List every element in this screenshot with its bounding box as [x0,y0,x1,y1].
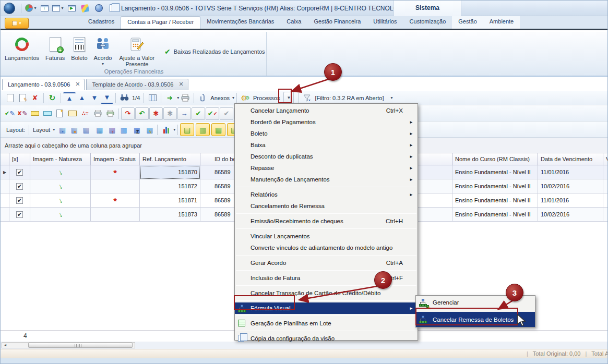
window-new-icon[interactable]: ▾ [52,3,64,14]
row-checkbox[interactable]: ✔ [16,211,23,218]
cyan-field-icon[interactable] [41,108,54,119]
menu-item-repasse[interactable]: Repasse► [235,162,418,174]
layout-columns-icon[interactable]: ▥ [117,124,130,136]
menu-item-relatorios[interactable]: Relatórios► [235,189,418,200]
tab-caixa[interactable]: Caixa [280,16,307,29]
menu-item-converte-vinculos[interactable]: Converte vínculos de adiantamento do mod… [235,242,418,253]
menu-item-vincular-lancamentos[interactable]: Vincular Lançamentos [235,230,418,242]
check-invert-button[interactable]: ✔✔ [206,107,219,120]
tab-movimentacoes-bancarias[interactable]: Movimentações Bancárias [200,16,280,29]
row-checkbox[interactable]: ✔ [16,183,23,190]
row-checkbox[interactable]: ✔ [16,169,23,176]
cell-ref-lancamento[interactable]: 151873 [140,208,200,222]
tab-customizacao[interactable]: Customização [403,16,452,29]
next-record-button[interactable]: ▼ [88,92,101,104]
acordo-button[interactable]: Acordo ▾ [91,34,115,68]
app-orb-icon[interactable] [4,3,15,14]
window-run-icon[interactable]: ▶ [66,3,77,14]
column-header-data-vencimento[interactable]: Data de Vencimento [538,153,603,165]
check-gray-button[interactable]: ✔ [220,107,233,120]
layout-sum-icon[interactable]: ▦Σ [130,124,142,136]
menu-item-boleto[interactable]: Boleto► [235,128,418,139]
cell-ref-lancamento[interactable]: 151871 [140,193,200,208]
blue-arrow-button[interactable]: → [177,107,191,120]
cell-curso[interactable]: Ensino Fundamental - Nível II [452,179,538,193]
grid-view-button[interactable] [146,92,159,104]
column-header-cut[interactable]: V [603,153,608,165]
gray-asterisk-button[interactable]: ✱ [163,107,177,120]
pen-approve-icon[interactable]: ✔✎ [4,108,16,119]
last-record-button[interactable]: ▼ [101,92,113,104]
refresh-button[interactable]: ↻ [46,92,58,104]
view-toggle-2-button[interactable]: ▥ [196,123,210,136]
curved-arrow-down-icon[interactable]: ↶ [135,107,149,120]
tab-cadastros[interactable]: Cadastros [82,16,121,29]
application-menu-button[interactable]: ▾ [5,18,29,29]
ajuste-valor-presente-button[interactable]: Ajuste a Valor Presente [115,34,159,68]
boleto-button[interactable]: Boleto [68,34,90,62]
layout-save-icon[interactable]: ▦▪ [55,124,67,136]
cell-ref-lancamento[interactable]: 151872 [140,179,200,193]
column-header-checkbox[interactable]: [x] [9,153,30,165]
red-asterisk-button[interactable]: ✱ [149,107,163,120]
menu-item-emissao-recebimento-cheques[interactable]: Emissão/Recebimento de chequesCtrl+H [235,215,418,227]
cell-curso[interactable]: Ensino Fundamental - Nível II [452,165,538,179]
view-toggle-3-button[interactable]: ▦ [211,123,225,136]
processos-label[interactable]: Processos [253,95,280,101]
cell-vencimento[interactable]: 11/01/2016 [538,193,603,208]
export-button[interactable]: ➜ [163,92,176,104]
chart-icon[interactable] [160,124,172,136]
cell-ref-lancamento[interactable]: 151870 [140,165,200,179]
tab-utilitarios[interactable]: Utilitários [367,16,403,29]
chart-quick-icon[interactable]: ▾ [25,3,37,14]
cell-vencimento[interactable]: 11/01/2016 [538,165,603,179]
tab-gestao[interactable]: Gestão [452,16,483,29]
layout-dropdown[interactable]: Layout [33,127,50,133]
column-header-imagem-natureza[interactable]: Imagem - Natureza [30,153,91,165]
baixas-realizadas-button[interactable]: ✔ Baixas Realizadas de Lançamentos [164,47,265,56]
layout-grid-icon[interactable]: ▦ [80,124,92,136]
check-all-button[interactable]: ✔ [192,107,205,120]
envelope-icon[interactable] [66,108,79,119]
new-record-button[interactable] [4,92,16,104]
close-icon[interactable]: ✕ [178,81,183,87]
previous-record-button[interactable]: ▲ [76,92,88,104]
gears-icon[interactable]: ⚙⚙ [239,92,252,104]
filter-funnel-icon[interactable] [301,92,313,104]
tab-ambiente[interactable]: Ambiente [483,16,520,29]
layout-import-icon[interactable]: ▦↓ [92,124,105,136]
paperclip-icon[interactable] [196,92,209,104]
cell-curso[interactable]: Ensino Fundamental - Nível II [452,208,538,222]
filter-label[interactable]: [Filtro: 0.3.2 RA em Aberto] [315,95,384,101]
print-button[interactable] [179,92,192,104]
tab-contas-a-pagar-receber[interactable]: Contas a Pagar / Receber [121,16,200,29]
tab-gestao-financeira[interactable]: Gestão Financeira [307,16,367,29]
menu-item-baixa[interactable]: Baixa► [235,139,418,151]
chevron-down-icon[interactable]: ▾ [390,95,392,100]
search-binoculars-icon[interactable] [118,92,130,104]
cell-curso[interactable]: Ensino Fundamental - Nível II [452,193,538,208]
horizontal-scrollbar[interactable]: ◄ [2,342,135,348]
menu-item-copia-configuracao-visao[interactable]: Cópia da configuração da visão [235,333,418,344]
share-nodes-icon[interactable]: ∴∵ [79,108,91,119]
yellow-field-icon[interactable] [29,108,41,119]
layout-flash-icon[interactable]: ▦ϟ [142,124,155,136]
window-export-icon[interactable]: ↓ [39,3,50,14]
menu-item-geracao-planilhas[interactable]: Geração de Planilhas em Lote [235,318,418,329]
edit-record-button[interactable]: ✎ [16,92,29,104]
menu-item-manutencao-lancamentos[interactable]: Manutenção de Lançamentos► [235,174,418,185]
doc-tab-template-acordo[interactable]: Template de Acordo - 03.9.0506 ✕ [86,79,188,90]
lancamentos-button[interactable]: Lançamentos [2,34,42,62]
column-header-imagem-status[interactable]: Imagem - Status [91,153,140,165]
layout-export-icon[interactable]: ▦↑ [105,124,117,136]
curved-arrow-up-icon[interactable]: ↷ [121,107,135,120]
printer-export-icon[interactable] [104,108,116,119]
layout-remove-icon[interactable]: ▦● [67,124,80,136]
column-header-ref-lancamento[interactable]: Ref. Lançamento [140,153,200,165]
column-header-nome-curso[interactable]: Nome do Curso (RM Classis) [452,153,538,165]
menu-item-cancelar-lancamento[interactable]: Cancelar LançamentoCtrl+X [235,105,418,116]
scroll-left-arrow[interactable]: ◄ [2,343,8,348]
delete-record-button[interactable]: ✘ [29,92,41,104]
first-record-button[interactable]: ▲ [63,92,76,104]
menu-item-cancelamento-remessa[interactable]: Cancelamento de Remessa [235,200,418,212]
